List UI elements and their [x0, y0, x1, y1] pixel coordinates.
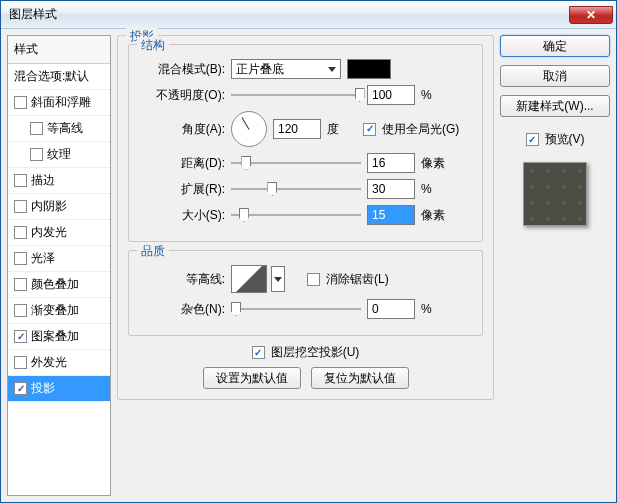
- sidebar-item-1[interactable]: 等高线: [8, 116, 110, 142]
- titlebar: 图层样式 ✕: [1, 1, 616, 29]
- sidebar-item-checkbox[interactable]: [14, 252, 27, 265]
- distance-label: 距离(D):: [139, 155, 225, 172]
- sidebar-item-4[interactable]: 内阴影: [8, 194, 110, 220]
- knockout-checkbox[interactable]: [252, 346, 265, 359]
- sidebar-item-label: 图案叠加: [31, 328, 79, 345]
- sidebar-item-label: 内发光: [31, 224, 67, 241]
- sidebar-item-label: 斜面和浮雕: [31, 94, 91, 111]
- global-light-checkbox[interactable]: [363, 123, 376, 136]
- sidebar-item-5[interactable]: 内发光: [8, 220, 110, 246]
- percent-unit-2: %: [421, 182, 451, 196]
- reset-default-button[interactable]: 复位为默认值: [311, 367, 409, 389]
- window-title: 图层样式: [9, 6, 57, 23]
- sidebar-header[interactable]: 样式: [8, 36, 110, 64]
- sidebar-item-2[interactable]: 纹理: [8, 142, 110, 168]
- sidebar-item-checkbox[interactable]: [14, 200, 27, 213]
- cancel-button[interactable]: 取消: [500, 65, 610, 87]
- preview-checkbox[interactable]: [526, 133, 539, 146]
- sidebar-item-label: 纹理: [47, 146, 71, 163]
- sidebar-item-label: 外发光: [31, 354, 67, 371]
- global-light-label: 使用全局光(G): [382, 121, 459, 138]
- sidebar-item-11[interactable]: 投影: [8, 376, 110, 402]
- percent-unit: %: [421, 88, 451, 102]
- antialias-label: 消除锯齿(L): [326, 271, 389, 288]
- distance-input[interactable]: 16: [367, 153, 415, 173]
- sidebar-item-checkbox[interactable]: [14, 96, 27, 109]
- contour-picker[interactable]: [231, 265, 267, 293]
- sidebar-item-label: 渐变叠加: [31, 302, 79, 319]
- noise-slider[interactable]: [231, 300, 361, 318]
- sidebar-item-checkbox[interactable]: [30, 148, 43, 161]
- sidebar-item-7[interactable]: 颜色叠加: [8, 272, 110, 298]
- sidebar-item-label: 光泽: [31, 250, 55, 267]
- sidebar-item-label: 描边: [31, 172, 55, 189]
- degree-unit: 度: [327, 121, 357, 138]
- make-default-button[interactable]: 设置为默认值: [203, 367, 301, 389]
- angle-input[interactable]: 120: [273, 119, 321, 139]
- sidebar-item-label: 颜色叠加: [31, 276, 79, 293]
- size-label: 大小(S):: [139, 207, 225, 224]
- size-input[interactable]: 15: [367, 205, 415, 225]
- angle-dial[interactable]: [231, 111, 267, 147]
- quality-legend: 品质: [137, 243, 169, 260]
- blend-mode-label: 混合模式(B):: [139, 61, 225, 78]
- preview-label: 预览(V): [545, 131, 585, 148]
- sidebar-item-9[interactable]: 图案叠加: [8, 324, 110, 350]
- sidebar-item-checkbox[interactable]: [30, 122, 43, 135]
- sidebar-item-checkbox[interactable]: [14, 330, 27, 343]
- sidebar-item-8[interactable]: 渐变叠加: [8, 298, 110, 324]
- sidebar-item-10[interactable]: 外发光: [8, 350, 110, 376]
- blend-mode-select[interactable]: 正片叠底: [231, 59, 341, 79]
- contour-chevron-icon[interactable]: [271, 266, 285, 292]
- opacity-input[interactable]: 100: [367, 85, 415, 105]
- drop-shadow-group: 投影 结构 混合模式(B): 正片叠底 不透明度(O):: [117, 35, 494, 400]
- percent-unit-3: %: [421, 302, 451, 316]
- px-unit-2: 像素: [421, 207, 451, 224]
- distance-slider[interactable]: [231, 154, 361, 172]
- sidebar-item-label: 等高线: [47, 120, 83, 137]
- size-slider[interactable]: [231, 206, 361, 224]
- structure-group: 结构 混合模式(B): 正片叠底 不透明度(O):: [128, 44, 483, 242]
- dialog-body: 样式 混合选项:默认 斜面和浮雕等高线纹理描边内阴影内发光光泽颜色叠加渐变叠加图…: [1, 29, 616, 502]
- quality-group: 品质 等高线: 消除锯齿(L) 杂色(N): 0: [128, 250, 483, 336]
- spread-slider[interactable]: [231, 180, 361, 198]
- ok-button[interactable]: 确定: [500, 35, 610, 57]
- px-unit-1: 像素: [421, 155, 451, 172]
- structure-legend: 结构: [137, 37, 169, 54]
- spread-input[interactable]: 30: [367, 179, 415, 199]
- spread-label: 扩展(R):: [139, 181, 225, 198]
- shadow-color-swatch[interactable]: [347, 59, 391, 79]
- blend-mode-value: 正片叠底: [236, 61, 284, 78]
- close-button[interactable]: ✕: [569, 6, 613, 24]
- sidebar-item-checkbox[interactable]: [14, 304, 27, 317]
- right-panel: 确定 取消 新建样式(W)... 预览(V): [500, 35, 610, 496]
- chevron-down-icon: [328, 67, 336, 72]
- sidebar-item-0[interactable]: 斜面和浮雕: [8, 90, 110, 116]
- opacity-label: 不透明度(O):: [139, 87, 225, 104]
- layer-style-dialog: 图层样式 ✕ 样式 混合选项:默认 斜面和浮雕等高线纹理描边内阴影内发光光泽颜色…: [0, 0, 617, 503]
- sidebar-item-label: 投影: [31, 380, 55, 397]
- contour-label: 等高线:: [139, 271, 225, 288]
- noise-input[interactable]: 0: [367, 299, 415, 319]
- main-area: 投影 结构 混合模式(B): 正片叠底 不透明度(O):: [117, 35, 610, 496]
- angle-label: 角度(A):: [139, 121, 225, 138]
- sidebar-item-label: 内阴影: [31, 198, 67, 215]
- noise-label: 杂色(N):: [139, 301, 225, 318]
- sidebar-blend-default[interactable]: 混合选项:默认: [8, 64, 110, 90]
- styles-sidebar: 样式 混合选项:默认 斜面和浮雕等高线纹理描边内阴影内发光光泽颜色叠加渐变叠加图…: [7, 35, 111, 496]
- antialias-checkbox[interactable]: [307, 273, 320, 286]
- new-style-button[interactable]: 新建样式(W)...: [500, 95, 610, 117]
- sidebar-item-checkbox[interactable]: [14, 174, 27, 187]
- sidebar-item-checkbox[interactable]: [14, 382, 27, 395]
- sidebar-item-checkbox[interactable]: [14, 226, 27, 239]
- opacity-slider[interactable]: [231, 86, 361, 104]
- preview-thumbnail: [523, 162, 587, 226]
- sidebar-item-checkbox[interactable]: [14, 278, 27, 291]
- sidebar-item-3[interactable]: 描边: [8, 168, 110, 194]
- sidebar-item-6[interactable]: 光泽: [8, 246, 110, 272]
- knockout-label: 图层挖空投影(U): [271, 344, 360, 361]
- sidebar-item-checkbox[interactable]: [14, 356, 27, 369]
